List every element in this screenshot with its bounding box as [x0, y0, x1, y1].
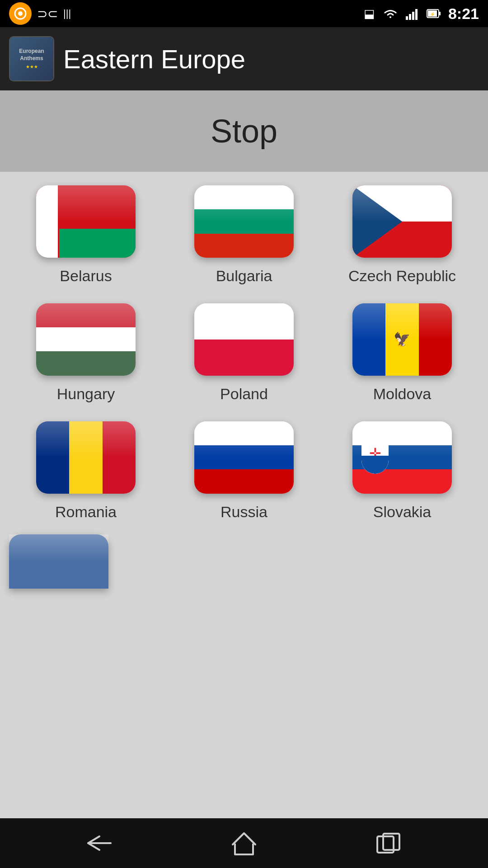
flag-czech[interactable] [352, 185, 452, 258]
flag-russia[interactable] [194, 421, 294, 494]
flag-belarus[interactable] [36, 185, 136, 258]
home-button[interactable] [226, 825, 262, 861]
country-grid: Belarus Bulgaria Czech Republic [0, 172, 488, 534]
list-item[interactable]: Hungary [9, 303, 163, 403]
country-label: Bulgaria [216, 267, 272, 285]
list-item[interactable]: Romania [9, 421, 163, 521]
svg-point-1 [18, 11, 23, 16]
partial-row [0, 534, 488, 598]
status-left-icons: ⊃⊂ ||| [9, 2, 71, 25]
flag-moldova[interactable]: 🦅 [352, 303, 452, 376]
status-bar: ⊃⊂ ||| ⬓ ⚡ 8:21 [0, 0, 488, 27]
svg-rect-2 [406, 16, 408, 20]
flag-partial[interactable] [9, 534, 108, 589]
list-item[interactable]: Belarus [9, 185, 163, 285]
page-title: Eastern Europe [63, 44, 245, 74]
back-button[interactable] [81, 825, 117, 861]
voicemail-icon: ⊃⊂ [37, 6, 58, 21]
flag-bulgaria[interactable] [194, 185, 294, 258]
svg-rect-4 [412, 12, 414, 20]
nav-bar [0, 818, 488, 868]
status-right-icons: ⬓ ⚡ 8:21 [364, 5, 479, 23]
stop-button[interactable]: Stop [211, 113, 277, 150]
country-label: Belarus [60, 267, 112, 285]
flag-poland[interactable] [194, 303, 294, 376]
signal-icon [406, 7, 419, 20]
list-item[interactable]: 🦅 Moldova [325, 303, 479, 403]
list-item[interactable]: Russia [167, 421, 321, 521]
audible-icon [9, 2, 32, 25]
svg-text:⚡: ⚡ [430, 11, 436, 17]
svg-rect-3 [409, 14, 411, 20]
flag-romania[interactable] [36, 421, 136, 494]
list-item[interactable] [9, 534, 108, 589]
country-label: Czech Republic [348, 267, 456, 285]
country-grid-container: Belarus Bulgaria Czech Republic [0, 172, 488, 818]
wifi-icon [382, 7, 399, 20]
time-display: 8:21 [448, 5, 479, 23]
list-item[interactable]: Slovakia [325, 421, 479, 521]
recent-apps-icon [375, 831, 402, 856]
country-label: Moldova [373, 385, 432, 403]
app-icon: EuropeanAnthems ★★★ [9, 36, 54, 81]
battery-icon: ⚡ [427, 8, 441, 19]
bluetooth-icon: ⬓ [364, 7, 375, 21]
country-label: Slovakia [373, 503, 432, 521]
stop-area[interactable]: Stop [0, 90, 488, 172]
home-icon [230, 831, 258, 856]
country-label: Russia [221, 503, 267, 521]
svg-rect-7 [439, 12, 441, 15]
list-item[interactable]: Czech Republic [325, 185, 479, 285]
app-header: EuropeanAnthems ★★★ Eastern Europe [0, 27, 488, 90]
list-item[interactable]: Bulgaria [167, 185, 321, 285]
flag-slovakia[interactable] [352, 421, 452, 494]
back-icon [84, 832, 115, 854]
list-item[interactable]: Poland [167, 303, 321, 403]
flag-hungary[interactable] [36, 303, 136, 376]
svg-rect-5 [415, 9, 418, 20]
country-label: Poland [220, 385, 268, 403]
barcode-icon: ||| [63, 8, 71, 19]
recent-apps-button[interactable] [371, 825, 407, 861]
country-label: Hungary [57, 385, 115, 403]
country-label: Romania [55, 503, 117, 521]
